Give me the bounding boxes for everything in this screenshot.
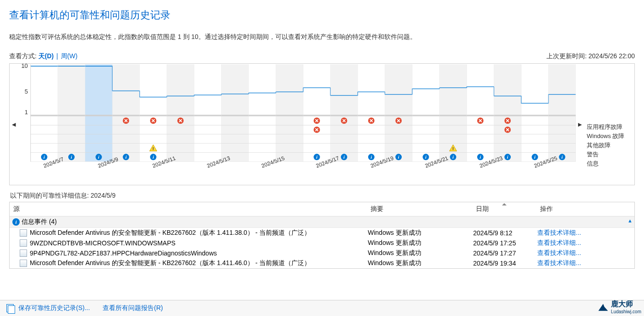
footer-bar: 保存可靠性历史记录(S)... 查看所有问题报告(R) — [0, 300, 644, 316]
view-by-week-link[interactable]: 周(W) — [61, 52, 78, 60]
svg-rect-12 — [358, 64, 385, 161]
svg-rect-11 — [330, 64, 358, 161]
chart-prev-arrow[interactable]: ◀ — [10, 64, 18, 185]
legend-item: 信息 — [587, 159, 632, 168]
svg-text:1: 1 — [25, 109, 28, 116]
view-details-link[interactable]: 查看技术详细... — [537, 259, 632, 267]
last-update: 上次更新时间: 2024/5/26 22:00 — [546, 52, 635, 61]
svg-text:i: i — [44, 155, 45, 160]
svg-text:i: i — [562, 155, 563, 160]
svg-text:5: 5 — [25, 88, 28, 95]
legend-item: Windows 故障 — [587, 132, 632, 141]
view-details-link[interactable]: 查看技术详细... — [537, 249, 632, 257]
svg-text:i: i — [371, 155, 372, 160]
table-row[interactable]: 9P4PNDG7L782-AD2F1837.HPPCHardwareDiagno… — [10, 248, 634, 258]
update-icon — [20, 249, 27, 257]
update-icon — [20, 239, 27, 247]
reliability-chart[interactable]: 1510!!iiiiiiiiiiiiiii2024/5/72024/5/9202… — [18, 64, 576, 185]
svg-rect-5 — [167, 64, 194, 161]
svg-text:!: ! — [453, 146, 454, 151]
legend-item: 其他故障 — [587, 141, 632, 150]
svg-rect-20 — [85, 64, 113, 161]
svg-text:i: i — [425, 155, 426, 160]
svg-rect-9 — [276, 64, 303, 161]
svg-text:i: i — [534, 155, 535, 160]
svg-rect-17 — [494, 64, 521, 161]
svg-text:i: i — [453, 155, 454, 160]
view-by-controls: 查看方式: 天(D) | 周(W) — [9, 52, 77, 61]
view-details-link[interactable]: 查看技术详细... — [537, 229, 632, 237]
info-icon: i — [12, 218, 20, 226]
page-title: 查看计算机的可靠性和问题历史记录 — [9, 8, 635, 22]
save-history-link[interactable]: 保存可靠性历史记录(S)... — [18, 304, 90, 312]
svg-text:i: i — [71, 155, 72, 160]
scroll-up-icon[interactable]: ▲ — [628, 218, 633, 223]
svg-text:10: 10 — [21, 64, 27, 69]
col-action[interactable]: 操作 — [536, 202, 634, 216]
view-by-day-link[interactable]: 天(D) — [38, 52, 54, 60]
save-icon — [6, 304, 14, 312]
svg-rect-18 — [521, 64, 549, 161]
watermark: 鹿大师 Ludashiwj.com — [597, 299, 641, 314]
update-icon — [20, 229, 27, 237]
view-separator: | — [56, 52, 58, 60]
svg-text:!: ! — [153, 146, 154, 151]
svg-rect-19 — [548, 64, 576, 161]
legend-item: 警告 — [587, 150, 632, 159]
table-row[interactable]: 9WZDNCRDTBVB-MICROSOFT.WINDOWSMAPSWindow… — [10, 238, 634, 248]
details-table: 源 摘要 日期 操作 i 信息事件 (4) ▲ Microsoft Defend… — [9, 202, 635, 269]
svg-text:i: i — [316, 155, 317, 160]
svg-rect-16 — [467, 64, 494, 161]
svg-text:i: i — [98, 155, 99, 160]
legend-item: 应用程序故障 — [587, 122, 632, 132]
view-details-link[interactable]: 查看技术详细... — [537, 239, 632, 247]
update-icon — [20, 260, 27, 267]
svg-rect-6 — [194, 64, 222, 161]
svg-text:i: i — [153, 155, 154, 160]
svg-rect-8 — [249, 64, 276, 161]
view-by-label: 查看方式: — [9, 52, 37, 60]
svg-rect-7 — [221, 64, 249, 161]
col-source[interactable]: 源 — [10, 202, 367, 216]
chart-next-arrow[interactable]: ▶ — [576, 64, 584, 185]
col-date[interactable]: 日期 — [472, 202, 536, 216]
watermark-logo-icon — [597, 302, 609, 312]
svg-rect-0 — [31, 64, 58, 161]
svg-rect-1 — [58, 64, 85, 161]
view-all-reports-link[interactable]: 查看所有问题报告(R) — [103, 304, 163, 312]
table-row[interactable]: Microsoft Defender Antivirus 的安全智能更新 - K… — [10, 258, 634, 268]
svg-text:i: i — [398, 155, 399, 160]
col-summary[interactable]: 摘要 — [367, 202, 472, 216]
svg-rect-3 — [112, 64, 140, 161]
group-row-info[interactable]: i 信息事件 (4) ▲ — [10, 216, 634, 228]
svg-rect-13 — [385, 64, 412, 161]
details-header: 以下期间的可靠性详细信息: 2024/5/9 — [10, 192, 635, 200]
chart-legend: 应用程序故障Windows 故障其他故障警告信息 — [584, 64, 634, 185]
page-description: 稳定性指数可评估系统的总体稳定性，此指数的取值范围是 1 到 10。通过选择特定… — [9, 33, 635, 41]
svg-rect-14 — [412, 64, 440, 161]
svg-text:i: i — [480, 155, 481, 160]
table-row[interactable]: Microsoft Defender Antivirus 的安全智能更新 - K… — [10, 228, 634, 238]
svg-rect-10 — [303, 64, 331, 161]
svg-text:i: i — [126, 155, 127, 160]
svg-text:i: i — [507, 155, 508, 160]
svg-text:i: i — [344, 155, 345, 160]
